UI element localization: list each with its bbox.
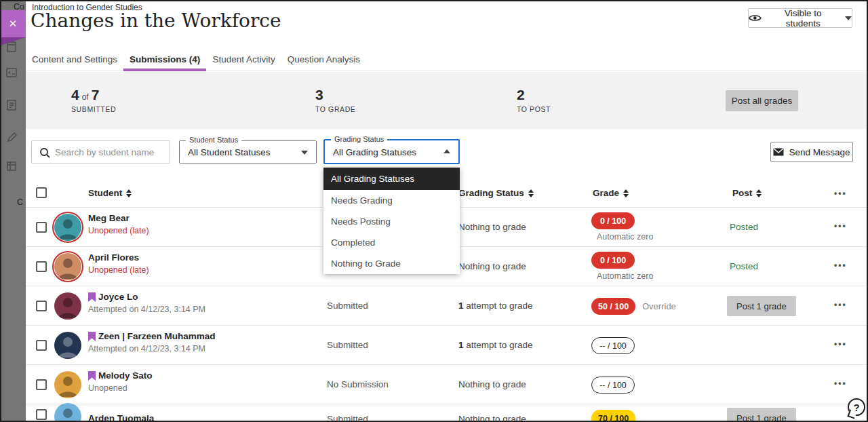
- avatar: [54, 332, 81, 359]
- submission-status-cell: Submitted: [327, 301, 368, 311]
- dropdown-option-completed[interactable]: Completed: [323, 232, 460, 253]
- background-page-strip: Co C: [0, 0, 26, 422]
- grading-status-cell: Nothing to grade: [458, 379, 526, 389]
- tab-content-and-settings[interactable]: Content and Settings: [26, 47, 123, 71]
- column-header-grade[interactable]: Grade: [593, 188, 629, 198]
- table-row: Zeen | Farzeen Muhammad Attempted on 4/1…: [26, 326, 867, 365]
- student-name[interactable]: Melody Sato: [98, 370, 153, 381]
- tab-student-activity[interactable]: Student Activity: [206, 47, 281, 71]
- attempts-count: 1: [458, 340, 464, 350]
- person-silhouette-icon: [54, 371, 81, 398]
- grade-pill[interactable]: 50 / 100: [591, 298, 635, 315]
- table-row: Joyce Lo Attempted on 4/12/23, 3:14 PM S…: [26, 286, 867, 326]
- search-input[interactable]: [32, 141, 170, 163]
- submitted-label: SUBMITTED: [71, 105, 116, 113]
- row-menu-button[interactable]: •••: [834, 300, 847, 309]
- grading-status-dropdown: All Grading Statuses Needs Grading Needs…: [323, 168, 460, 274]
- to-grade-count: 3: [315, 87, 323, 103]
- post-all-grades-button[interactable]: Post all grades: [726, 90, 798, 111]
- tab-submissions[interactable]: Submissions (4): [123, 47, 206, 71]
- close-icon: ✕: [9, 18, 18, 30]
- send-message-button[interactable]: Send Message: [770, 142, 853, 162]
- sort-icon: [623, 189, 629, 197]
- pencil-icon: [5, 132, 18, 144]
- student-status-value: All Student Statuses: [188, 147, 271, 157]
- person-silhouette-icon: [54, 292, 81, 320]
- attempts-text: attempt to grade: [464, 340, 533, 350]
- table-row: Arden Tuomala Submitted Nothing to grade…: [26, 404, 867, 422]
- table-row: Melody Sato Unopened No Submission Nothi…: [26, 365, 867, 404]
- help-icon: ?: [853, 402, 859, 413]
- grade-note: Automatic zero: [597, 271, 653, 281]
- posted-status: Posted: [730, 261, 758, 271]
- attempts-count: 1: [458, 301, 464, 311]
- grade-pill[interactable]: -- / 100: [591, 377, 635, 394]
- dropdown-option-needs-posting[interactable]: Needs Posting: [323, 211, 460, 232]
- table-menu-button[interactable]: •••: [834, 189, 847, 198]
- row-menu-button[interactable]: •••: [834, 379, 847, 388]
- help-button[interactable]: ?: [848, 398, 865, 416]
- grade-pill[interactable]: 70 / 100: [591, 410, 635, 422]
- row-checkbox[interactable]: [36, 301, 47, 311]
- dropdown-option-all-grading-statuses[interactable]: All Grading Statuses: [323, 168, 460, 190]
- bookmark-icon: [88, 292, 96, 302]
- submitted-count: 4: [71, 87, 79, 103]
- row-menu-button[interactable]: •••: [834, 339, 847, 349]
- visibility-button[interactable]: Visible to students: [748, 8, 852, 28]
- override-label: Override: [642, 301, 676, 311]
- page-title: Changes in the Workforce: [31, 9, 281, 32]
- tab-bar: Content and Settings Submissions (4) Stu…: [26, 47, 867, 71]
- avatar: [52, 251, 83, 282]
- person-silhouette-icon: [54, 403, 81, 422]
- stats-band: 4 of 7 SUBMITTED 3 TO GRADE 2 TO POST Po…: [26, 72, 867, 129]
- grading-status-cell: Nothing to grade: [458, 414, 526, 422]
- sort-icon: [126, 189, 132, 197]
- code-block-icon: [5, 66, 18, 79]
- dropdown-option-needs-grading[interactable]: Needs Grading: [323, 190, 460, 211]
- row-menu-button[interactable]: •••: [834, 221, 847, 231]
- column-header-student[interactable]: Student: [88, 188, 132, 198]
- grading-status-select[interactable]: Grading Status All Grading Statuses: [323, 139, 460, 164]
- avatar: [54, 403, 81, 422]
- bookmark-icon: [88, 332, 96, 341]
- student-status-line: Attempted on 4/12/23, 3:14 PM: [88, 344, 205, 353]
- chevron-up-icon: [443, 149, 450, 153]
- submitted-total: 7: [92, 87, 100, 103]
- dropdown-option-nothing-to-grade[interactable]: Nothing to Grade: [323, 253, 460, 274]
- stat-submitted: 4 of 7 SUBMITTED: [71, 87, 116, 113]
- row-checkbox[interactable]: [36, 340, 47, 351]
- select-all-checkbox[interactable]: [36, 187, 47, 198]
- student-name[interactable]: Joyce Lo: [98, 292, 138, 302]
- post-grade-button[interactable]: Post 1 grade: [727, 296, 796, 316]
- grading-status-cell: Nothing to grade: [458, 222, 526, 232]
- student-name[interactable]: Arden Tuomala: [88, 413, 154, 422]
- avatar: [54, 292, 81, 320]
- grade-pill[interactable]: 0 / 100: [591, 252, 635, 269]
- column-header-post[interactable]: Post: [732, 188, 762, 198]
- student-name[interactable]: Meg Bear: [88, 213, 130, 223]
- tab-question-analysis[interactable]: Question Analysis: [281, 47, 366, 71]
- send-message-label: Send Message: [789, 147, 850, 157]
- submitted-of: of: [82, 92, 89, 102]
- person-silhouette-icon: [54, 214, 81, 241]
- student-status-line: Unopened (late): [88, 265, 149, 275]
- avatar: [54, 371, 81, 398]
- student-name[interactable]: Zeen | Farzeen Muhammad: [98, 331, 216, 341]
- close-panel-button[interactable]: ✕: [0, 10, 26, 37]
- student-name[interactable]: April Flores: [88, 252, 139, 263]
- row-checkbox[interactable]: [36, 409, 47, 420]
- grade-pill[interactable]: -- / 100: [591, 337, 635, 354]
- screen: Co C ✕ Introduction to Gender Studies Ch…: [0, 0, 868, 422]
- attempts-text: attempt to grade: [464, 301, 533, 311]
- post-header-label: Post: [732, 188, 752, 198]
- background-page-bottom-text: C: [17, 197, 23, 207]
- grade-pill[interactable]: 0 / 100: [591, 212, 635, 229]
- row-checkbox[interactable]: [36, 222, 47, 233]
- column-header-grading-status[interactable]: Grading Status: [458, 188, 534, 198]
- row-checkbox[interactable]: [36, 261, 47, 272]
- bookmark-icon: [88, 371, 96, 381]
- student-status-select[interactable]: Student Status All Student Statuses: [179, 140, 317, 164]
- row-menu-button[interactable]: •••: [834, 261, 847, 270]
- post-grade-button[interactable]: Post 1 grade: [727, 408, 796, 422]
- row-checkbox[interactable]: [36, 379, 47, 390]
